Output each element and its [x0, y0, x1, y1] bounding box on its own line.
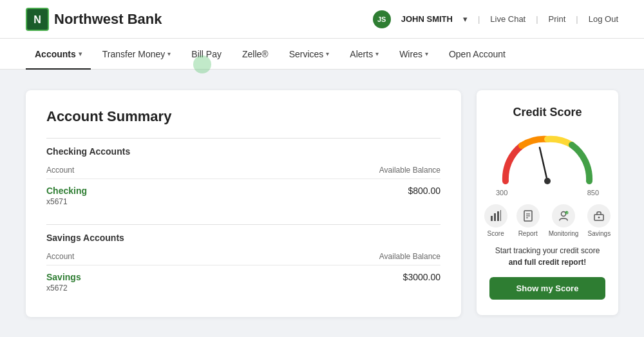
checking-account-info: Checking x5671 — [46, 186, 87, 206]
gauge-container: 300 850 — [489, 130, 605, 197]
credit-score-description: Start tracking your credit score and ful… — [489, 245, 605, 268]
print-link[interactable]: Print — [549, 14, 566, 24]
checking-account-name[interactable]: Checking — [46, 186, 87, 196]
nav-wires-chevron: ▾ — [425, 50, 428, 57]
checking-account-number: x5671 — [46, 197, 87, 206]
nav-bill-pay[interactable]: Bill Pay — [182, 39, 231, 70]
username-chevron: ▾ — [463, 14, 468, 24]
nav-wires[interactable]: Wires ▾ — [390, 39, 437, 70]
divider3: | — [576, 14, 578, 24]
col-balance-label-2: Available Balance — [379, 252, 440, 261]
nav-open-account-label: Open Account — [449, 49, 506, 59]
show-score-button[interactable]: Show my Score — [489, 277, 605, 300]
credit-icon-report: Report — [516, 204, 540, 237]
svg-point-12 — [562, 212, 566, 217]
nav-accounts[interactable]: Accounts ▾ — [26, 39, 91, 70]
nav-alerts-label: Alerts — [350, 49, 373, 59]
monitoring-icon-circle: ✓ — [552, 204, 575, 227]
divider1: | — [478, 14, 480, 24]
nav-accounts-chevron: ▾ — [79, 50, 82, 57]
checking-section-title: Checking Accounts — [46, 146, 440, 157]
nav-alerts[interactable]: Alerts ▾ — [341, 39, 388, 70]
nav-accounts-label: Accounts — [35, 49, 76, 59]
col-balance-label: Available Balance — [379, 166, 440, 175]
logout-link[interactable]: Log Out — [589, 14, 618, 24]
gauge-max: 850 — [587, 189, 599, 197]
main-content: Account Summary Checking Accounts Accoun… — [0, 70, 644, 337]
nav-open-account[interactable]: Open Account — [440, 39, 515, 70]
svg-line-2 — [540, 148, 547, 181]
checking-col-headers: Account Available Balance — [46, 162, 440, 179]
credit-score-desc-line2: and full credit report! — [509, 258, 587, 267]
credit-icon-score: Score — [484, 204, 507, 237]
credit-score-card: Credit Score 300 850 — [477, 90, 618, 315]
svg-text:✓: ✓ — [566, 211, 568, 215]
gauge-min: 300 — [496, 189, 507, 197]
score-icon-label: Score — [488, 230, 504, 237]
savings-icon-circle — [587, 204, 611, 227]
savings-col-headers: Account Available Balance — [46, 248, 440, 265]
username[interactable]: JOHN SMITH — [401, 14, 453, 24]
nav-wires-label: Wires — [399, 49, 422, 59]
header: N Northwest Bank JS JOHN SMITH ▾ | Live … — [0, 0, 644, 39]
nav-alerts-chevron: ▾ — [375, 50, 379, 57]
nav-transfer-money[interactable]: Transfer Money ▾ — [93, 39, 180, 70]
svg-rect-7 — [500, 210, 501, 221]
nav-transfer-chevron: ▾ — [167, 50, 171, 57]
report-icon-circle — [516, 204, 540, 227]
credit-icon-savings: Savings — [587, 204, 611, 237]
savings-account-number: x5672 — [46, 284, 81, 293]
checking-account-balance: $800.00 — [408, 186, 440, 196]
svg-text:N: N — [33, 14, 41, 25]
account-summary-card: Account Summary Checking Accounts Accoun… — [26, 90, 461, 317]
svg-rect-4 — [491, 216, 493, 221]
credit-icons: Score Report — [489, 204, 605, 237]
credit-icon-monitoring: ✓ Monitoring — [549, 204, 579, 237]
gauge-svg — [496, 130, 599, 188]
divider2: | — [536, 14, 538, 24]
credit-score-title: Credit Score — [489, 106, 605, 119]
savings-account-balance: $3000.00 — [403, 272, 440, 282]
nav-services-label: Services — [289, 49, 324, 59]
savings-section-header: Savings Accounts — [46, 224, 440, 243]
credit-score-desc-line1: Start tracking your credit score — [495, 246, 600, 255]
brand-name: Northwest Bank — [54, 11, 162, 28]
col-account-label: Account — [46, 166, 74, 175]
savings-account-name[interactable]: Savings — [46, 272, 81, 282]
checking-account-row: Checking x5671 $800.00 — [46, 179, 440, 213]
header-right: JS JOHN SMITH ▾ | Live Chat | Print | Lo… — [373, 10, 618, 28]
svg-rect-6 — [497, 211, 499, 221]
savings-account-info: Savings x5672 — [46, 272, 81, 293]
savings-icon-label: Savings — [588, 230, 611, 237]
live-chat-link[interactable]: Live Chat — [490, 14, 526, 24]
nav-zelle-label: Zelle® — [242, 49, 269, 59]
nav-zelle[interactable]: Zelle® — [233, 39, 278, 70]
logo-area: N Northwest Bank — [26, 8, 162, 31]
savings-section-title: Savings Accounts — [46, 233, 440, 243]
user-badge: JS — [373, 10, 391, 28]
nav-transfer-label: Transfer Money — [102, 49, 166, 59]
nav-services[interactable]: Services ▾ — [280, 39, 339, 70]
score-icon-circle — [484, 204, 507, 227]
svg-rect-5 — [494, 213, 496, 221]
nav: Accounts ▾ Transfer Money ▾ Bill Pay Zel… — [0, 39, 644, 70]
checking-section-header: Checking Accounts — [46, 138, 440, 157]
svg-point-3 — [544, 178, 551, 184]
col-account-label-2: Account — [46, 252, 74, 261]
savings-account-row: Savings x5672 $3000.00 — [46, 265, 440, 299]
report-icon-label: Report — [518, 230, 538, 237]
logo-icon: N — [26, 8, 49, 31]
monitoring-icon-label: Monitoring — [549, 230, 579, 237]
nav-billpay-label: Bill Pay — [191, 49, 222, 59]
nav-services-chevron: ▾ — [326, 50, 329, 57]
gauge-labels: 300 850 — [496, 189, 599, 197]
account-summary-title: Account Summary — [46, 108, 440, 125]
